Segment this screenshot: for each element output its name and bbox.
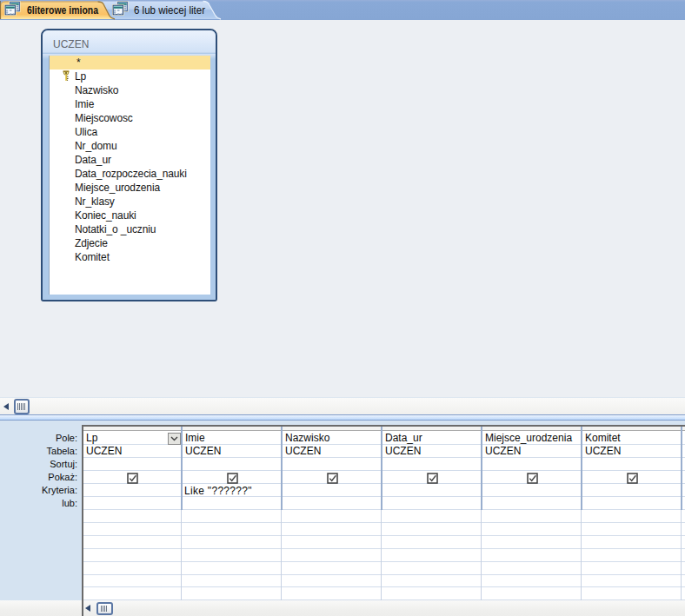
svg-text:6 lub wiecej liter: 6 lub wiecej liter	[134, 4, 205, 17]
svg-text:6literowe imiona: 6literowe imiona	[27, 4, 98, 17]
